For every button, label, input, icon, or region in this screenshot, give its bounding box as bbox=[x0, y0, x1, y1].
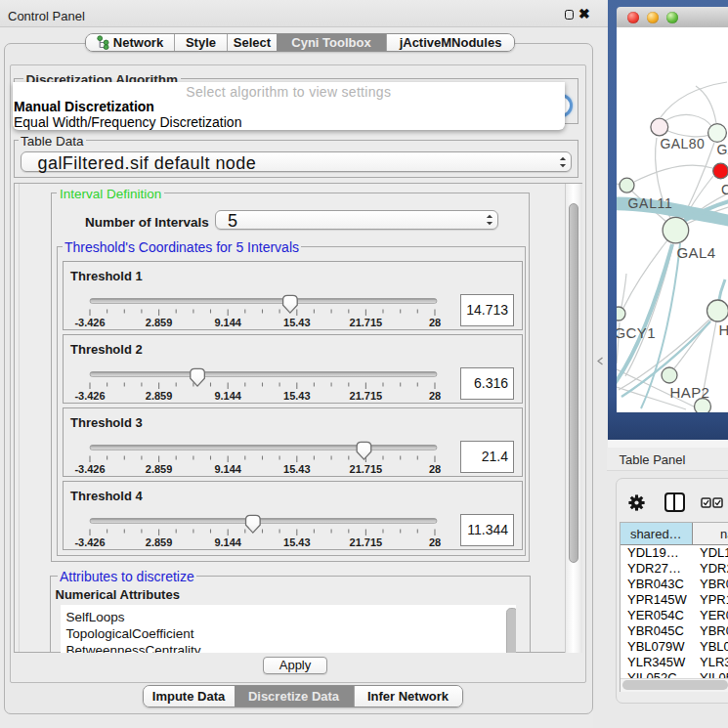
svg-text:C: C bbox=[721, 182, 728, 197]
svg-text:H: H bbox=[719, 321, 728, 338]
svg-text:GAL11: GAL11 bbox=[628, 195, 673, 211]
svg-text:GAL4: GAL4 bbox=[677, 244, 716, 261]
svg-text:HAP2: HAP2 bbox=[670, 384, 710, 401]
svg-text:GCY1: GCY1 bbox=[617, 324, 656, 341]
svg-text:GA: GA bbox=[717, 142, 728, 157]
svg-text:GAL80: GAL80 bbox=[661, 136, 706, 151]
